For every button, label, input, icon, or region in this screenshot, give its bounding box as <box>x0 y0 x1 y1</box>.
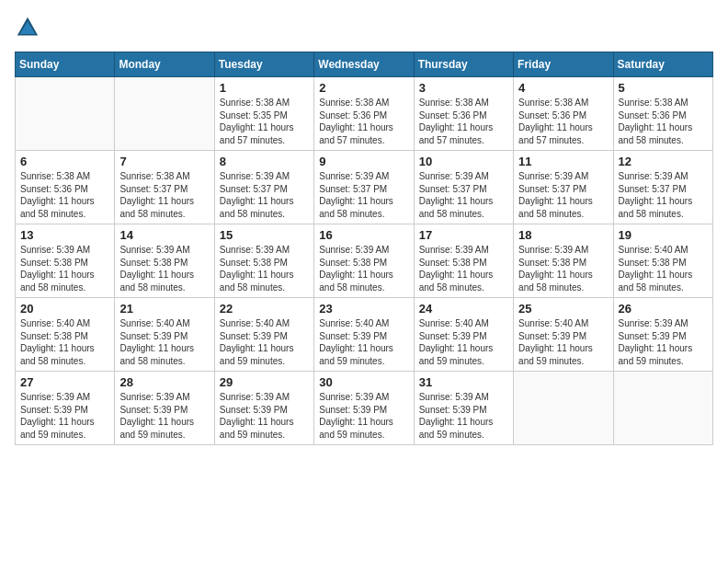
day-info: Sunrise: 5:39 AMSunset: 5:39 PMDaylight:… <box>419 391 508 441</box>
day-info: Sunrise: 5:39 AMSunset: 5:39 PMDaylight:… <box>319 391 408 441</box>
day-info: Sunrise: 5:40 AMSunset: 5:39 PMDaylight:… <box>518 317 608 367</box>
day-info: Sunrise: 5:39 AMSunset: 5:37 PMDaylight:… <box>220 170 309 220</box>
calendar-cell: 5Sunrise: 5:38 AMSunset: 5:36 PMDaylight… <box>613 77 712 151</box>
day-info: Sunrise: 5:38 AMSunset: 5:36 PMDaylight:… <box>419 97 508 146</box>
calendar-cell: 4Sunrise: 5:38 AMSunset: 5:36 PMDaylight… <box>514 77 613 151</box>
day-number: 25 <box>518 302 608 316</box>
day-number: 23 <box>319 302 408 316</box>
day-info: Sunrise: 5:40 AMSunset: 5:39 PMDaylight:… <box>119 317 209 367</box>
day-info: Sunrise: 5:38 AMSunset: 5:36 PMDaylight:… <box>518 97 608 146</box>
day-number: 27 <box>20 375 109 389</box>
day-info: Sunrise: 5:39 AMSunset: 5:37 PMDaylight:… <box>319 170 408 220</box>
calendar-cell: 16Sunrise: 5:39 AMSunset: 5:38 PMDayligh… <box>314 224 414 298</box>
calendar-cell: 28Sunrise: 5:39 AMSunset: 5:39 PMDayligh… <box>115 372 214 445</box>
day-info: Sunrise: 5:38 AMSunset: 5:36 PMDaylight:… <box>20 170 109 220</box>
calendar-week-3: 13Sunrise: 5:39 AMSunset: 5:38 PMDayligh… <box>16 224 713 298</box>
day-info: Sunrise: 5:39 AMSunset: 5:38 PMDaylight:… <box>319 244 408 293</box>
col-header-friday: Friday <box>514 52 613 77</box>
calendar-cell: 18Sunrise: 5:39 AMSunset: 5:38 PMDayligh… <box>514 224 613 298</box>
calendar-cell: 15Sunrise: 5:39 AMSunset: 5:38 PMDayligh… <box>214 224 313 298</box>
day-info: Sunrise: 5:39 AMSunset: 5:39 PMDaylight:… <box>119 391 209 441</box>
logo-icon <box>15 15 40 40</box>
day-info: Sunrise: 5:39 AMSunset: 5:39 PMDaylight:… <box>20 391 109 441</box>
calendar-cell: 19Sunrise: 5:40 AMSunset: 5:38 PMDayligh… <box>613 224 712 298</box>
calendar-cell: 9Sunrise: 5:39 AMSunset: 5:37 PMDaylight… <box>314 151 414 224</box>
day-number: 29 <box>220 375 309 389</box>
calendar-cell: 17Sunrise: 5:39 AMSunset: 5:38 PMDayligh… <box>414 224 513 298</box>
day-number: 3 <box>419 81 508 95</box>
day-info: Sunrise: 5:39 AMSunset: 5:37 PMDaylight:… <box>419 170 508 220</box>
col-header-monday: Monday <box>115 52 214 77</box>
col-header-thursday: Thursday <box>414 52 513 77</box>
calendar-cell: 11Sunrise: 5:39 AMSunset: 5:37 PMDayligh… <box>514 151 613 224</box>
day-number: 21 <box>119 302 209 316</box>
day-number: 16 <box>319 228 408 242</box>
calendar-cell: 30Sunrise: 5:39 AMSunset: 5:39 PMDayligh… <box>314 372 414 445</box>
day-number: 17 <box>419 228 508 242</box>
day-info: Sunrise: 5:39 AMSunset: 5:38 PMDaylight:… <box>119 244 209 293</box>
calendar-cell: 27Sunrise: 5:39 AMSunset: 5:39 PMDayligh… <box>16 372 115 445</box>
day-info: Sunrise: 5:40 AMSunset: 5:38 PMDaylight:… <box>20 317 109 367</box>
col-header-tuesday: Tuesday <box>214 52 313 77</box>
calendar-week-5: 27Sunrise: 5:39 AMSunset: 5:39 PMDayligh… <box>16 372 713 445</box>
day-info: Sunrise: 5:38 AMSunset: 5:37 PMDaylight:… <box>119 170 209 220</box>
day-info: Sunrise: 5:39 AMSunset: 5:39 PMDaylight:… <box>220 391 309 441</box>
calendar-cell: 23Sunrise: 5:40 AMSunset: 5:39 PMDayligh… <box>314 298 414 372</box>
calendar-cell: 6Sunrise: 5:38 AMSunset: 5:36 PMDaylight… <box>16 151 115 224</box>
calendar-week-4: 20Sunrise: 5:40 AMSunset: 5:38 PMDayligh… <box>16 298 713 372</box>
calendar-cell: 1Sunrise: 5:38 AMSunset: 5:35 PMDaylight… <box>214 77 313 151</box>
day-number: 7 <box>119 155 209 168</box>
day-info: Sunrise: 5:40 AMSunset: 5:39 PMDaylight:… <box>220 317 309 367</box>
logo <box>15 15 44 40</box>
day-number: 22 <box>220 302 309 316</box>
calendar-cell: 10Sunrise: 5:39 AMSunset: 5:37 PMDayligh… <box>414 151 513 224</box>
day-number: 2 <box>319 81 408 95</box>
day-info: Sunrise: 5:40 AMSunset: 5:38 PMDaylight:… <box>619 244 708 293</box>
day-number: 12 <box>619 155 708 168</box>
calendar-cell: 21Sunrise: 5:40 AMSunset: 5:39 PMDayligh… <box>115 298 214 372</box>
day-info: Sunrise: 5:40 AMSunset: 5:39 PMDaylight:… <box>419 317 508 367</box>
calendar-cell <box>514 372 613 445</box>
day-info: Sunrise: 5:39 AMSunset: 5:38 PMDaylight:… <box>220 244 309 293</box>
day-info: Sunrise: 5:38 AMSunset: 5:35 PMDaylight:… <box>220 97 309 146</box>
day-number: 6 <box>20 155 109 168</box>
day-info: Sunrise: 5:39 AMSunset: 5:38 PMDaylight:… <box>518 244 608 293</box>
calendar-cell: 7Sunrise: 5:38 AMSunset: 5:37 PMDaylight… <box>115 151 214 224</box>
calendar-cell: 24Sunrise: 5:40 AMSunset: 5:39 PMDayligh… <box>414 298 513 372</box>
calendar-cell: 14Sunrise: 5:39 AMSunset: 5:38 PMDayligh… <box>115 224 214 298</box>
calendar-header-row: SundayMondayTuesdayWednesdayThursdayFrid… <box>16 52 713 77</box>
day-number: 11 <box>518 155 608 168</box>
day-info: Sunrise: 5:40 AMSunset: 5:39 PMDaylight:… <box>319 317 408 367</box>
day-number: 20 <box>20 302 109 316</box>
day-number: 1 <box>220 81 309 95</box>
day-info: Sunrise: 5:39 AMSunset: 5:37 PMDaylight:… <box>518 170 608 220</box>
calendar-cell: 25Sunrise: 5:40 AMSunset: 5:39 PMDayligh… <box>514 298 613 372</box>
page-header <box>15 15 713 40</box>
day-number: 5 <box>619 81 708 95</box>
day-number: 13 <box>20 228 109 242</box>
calendar-cell: 12Sunrise: 5:39 AMSunset: 5:37 PMDayligh… <box>613 151 712 224</box>
col-header-wednesday: Wednesday <box>314 52 414 77</box>
calendar-cell: 3Sunrise: 5:38 AMSunset: 5:36 PMDaylight… <box>414 77 513 151</box>
day-number: 30 <box>319 375 408 389</box>
day-number: 31 <box>419 375 508 389</box>
day-info: Sunrise: 5:39 AMSunset: 5:39 PMDaylight:… <box>619 317 708 367</box>
calendar-cell: 20Sunrise: 5:40 AMSunset: 5:38 PMDayligh… <box>16 298 115 372</box>
day-info: Sunrise: 5:38 AMSunset: 5:36 PMDaylight:… <box>319 97 408 146</box>
calendar-cell: 29Sunrise: 5:39 AMSunset: 5:39 PMDayligh… <box>214 372 313 445</box>
calendar-cell <box>115 77 214 151</box>
calendar-cell: 2Sunrise: 5:38 AMSunset: 5:36 PMDaylight… <box>314 77 414 151</box>
calendar-cell <box>16 77 115 151</box>
day-number: 18 <box>518 228 608 242</box>
day-number: 4 <box>518 81 608 95</box>
day-number: 14 <box>119 228 209 242</box>
calendar-cell: 13Sunrise: 5:39 AMSunset: 5:38 PMDayligh… <box>16 224 115 298</box>
col-header-sunday: Sunday <box>16 52 115 77</box>
calendar-week-2: 6Sunrise: 5:38 AMSunset: 5:36 PMDaylight… <box>16 151 713 224</box>
col-header-saturday: Saturday <box>613 52 712 77</box>
calendar-table: SundayMondayTuesdayWednesdayThursdayFrid… <box>15 52 713 445</box>
day-number: 10 <box>419 155 508 168</box>
day-number: 15 <box>220 228 309 242</box>
calendar-cell <box>613 372 712 445</box>
day-info: Sunrise: 5:38 AMSunset: 5:36 PMDaylight:… <box>619 97 708 146</box>
